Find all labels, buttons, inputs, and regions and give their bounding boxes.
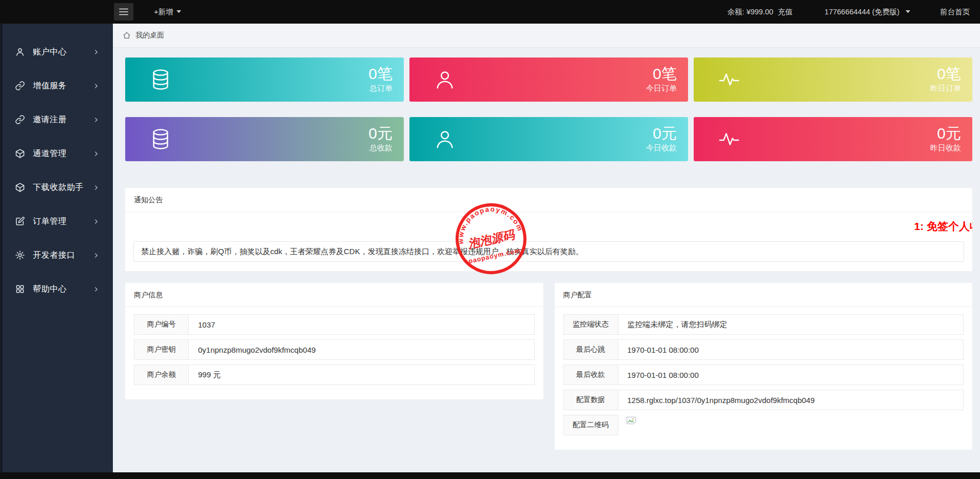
sidebar-item[interactable]: 开发者接口 (3, 238, 113, 272)
add-new-dropdown[interactable]: +新增 (154, 7, 181, 17)
breadcrumb[interactable]: 我的桌面 (113, 24, 980, 48)
sidebar-item-label: 订单管理 (33, 216, 93, 227)
row-value-text: 999 元 (198, 370, 221, 380)
broken-image-icon (626, 416, 636, 425)
database-icon (149, 68, 172, 91)
merchant-config-title: 商户配置 (555, 283, 973, 307)
sidebar-item[interactable]: 增值服务 (3, 69, 113, 103)
row-value: 监控端未绑定，请您扫码绑定 (618, 314, 964, 335)
sidebar-item[interactable]: 邀请注册 (3, 103, 113, 137)
notice-marquee: 1: 免签个人收 (125, 219, 972, 234)
stamp-center-text: 泡泡源码 (466, 227, 517, 251)
stat-card: 0笔 总订单 (125, 58, 404, 102)
stat-value: 0笔 (368, 66, 393, 82)
sidebar-item-label: 开发者接口 (33, 250, 93, 261)
recharge-link[interactable]: 充值 (778, 7, 793, 17)
table-row: 最后收款 1970-01-01 08:00:00 (563, 365, 964, 385)
gear-icon (15, 250, 25, 260)
sidebar-item[interactable]: 下载收款助手 (3, 170, 113, 204)
row-value-text: 监控端未绑定，请您扫码绑定 (628, 320, 728, 330)
stat-value: 0元 (368, 125, 393, 142)
bottom-panels: 商户信息 商户编号 1037 商户密钥 0y1npnzp8mugo2vdof9k… (125, 283, 972, 450)
stat-text: 0元 总收款 (368, 125, 393, 154)
merchant-config-table: 监控端状态 监控端未绑定，请您扫码绑定 最后心跳 1970-01-01 08:0… (555, 307, 973, 450)
table-row: 最后心跳 1970-01-01 08:00:00 (563, 339, 964, 360)
stat-card: 0元 今日收款 (409, 117, 688, 161)
sidebar-item-label: 通道管理 (33, 148, 93, 159)
chevron-right-icon (93, 219, 99, 224)
main-content: 我的桌面 0笔 总订单 0笔 今日订单 (113, 24, 980, 472)
cube-icon (15, 182, 25, 193)
stat-card: 0元 昨日收款 (694, 117, 972, 161)
stat-label: 今日收款 (646, 143, 677, 153)
stat-card: 0笔 今日订单 (409, 58, 688, 102)
row-value: 1258.rglxc.top/1037/0y1npnzp8mugo2vdof9k… (618, 390, 964, 410)
database-icon (149, 127, 172, 151)
stat-cards: 0笔 总订单 0笔 今日订单 0笔 昨日订单 (125, 58, 972, 161)
hamburger-icon (119, 8, 128, 15)
sidebar-item[interactable]: 订单管理 (3, 204, 113, 238)
stat-text: 0元 今日收款 (646, 125, 677, 154)
chevron-right-icon (93, 185, 99, 190)
row-value: 999 元 (189, 365, 535, 385)
row-label: 商户余额 (134, 365, 189, 385)
link-icon (15, 81, 25, 91)
stat-value: 0元 (646, 125, 677, 142)
grid-icon (15, 284, 25, 294)
stat-text: 0元 昨日收款 (930, 125, 961, 154)
merchant-info-title: 商户信息 (125, 283, 543, 307)
sidebar-item[interactable]: 通道管理 (3, 137, 113, 170)
user-icon (433, 127, 457, 151)
row-value: 1970-01-01 08:00:00 (618, 339, 964, 360)
front-home-link[interactable]: 前台首页 (940, 7, 970, 17)
notice-marquee-text: 1: 免签个人收 (914, 219, 972, 234)
stat-value: 0笔 (646, 66, 677, 82)
sidebar-item[interactable]: 账户中心 (3, 35, 113, 69)
stat-value: 0元 (930, 125, 961, 142)
chevron-right-icon (93, 286, 99, 292)
sidebar-item-label: 帮助中心 (33, 284, 93, 295)
row-label: 监控端状态 (563, 314, 618, 335)
account-dropdown[interactable]: 17766664444 (免费版) (825, 7, 910, 17)
sidebar-item-label: 增值服务 (33, 81, 93, 91)
chevron-right-icon (93, 117, 99, 123)
chevron-right-icon (93, 151, 99, 157)
row-label: 商户密钥 (134, 339, 189, 360)
row-value-text: 1258.rglxc.top/1037/0y1npnzp8mugo2vdof9k… (628, 396, 815, 405)
balance-group: 余额: ¥999.00 充值 (728, 7, 793, 17)
balance-text: 余额: ¥999.00 (728, 7, 773, 17)
user-icon (433, 68, 457, 91)
user-icon (15, 47, 25, 57)
sidebar-toggle-button[interactable] (114, 3, 133, 21)
notice-content: 禁止接入赌，诈骗，刷Q币，抽奖以及cdk，王者荣耀点券及CDK，发现直接冻结接口… (133, 241, 964, 262)
row-label: 最后收款 (563, 365, 618, 385)
edit-icon (15, 216, 25, 226)
breadcrumb-label: 我的桌面 (135, 31, 164, 40)
table-row: 商户密钥 0y1npnzp8mugo2vdof9kfmcqb049 (134, 339, 535, 360)
row-label: 配置数据 (563, 390, 618, 410)
row-value (618, 415, 964, 435)
row-label: 商户编号 (134, 314, 189, 335)
stat-card: 0笔 昨日订单 (694, 58, 972, 102)
topbar-right: 余额: ¥999.00 充值 17766664444 (免费版) 前台首页 (728, 7, 970, 17)
table-row: 监控端状态 监控端未绑定，请您扫码绑定 (563, 314, 964, 335)
row-value-text: 1037 (198, 320, 215, 329)
row-value-text: 0y1npnzp8mugo2vdof9kfmcqb049 (198, 346, 316, 354)
chevron-right-icon (93, 83, 99, 89)
stat-card: 0元 总收款 (125, 117, 404, 161)
stat-label: 昨日订单 (930, 84, 961, 93)
row-value-text: 1970-01-01 08:00:00 (628, 346, 699, 354)
stat-text: 0笔 总订单 (368, 66, 393, 94)
caret-down-icon (906, 10, 910, 13)
caret-down-icon (177, 10, 181, 13)
sidebar-item[interactable]: 帮助中心 (3, 272, 113, 306)
table-row: 商户余额 999 元 (134, 365, 535, 385)
add-new-label: +新增 (154, 7, 173, 17)
stat-text: 0笔 昨日订单 (930, 66, 961, 94)
table-row: 商户编号 1037 (134, 314, 535, 335)
sidebar-item-label: 下载收款助手 (33, 182, 93, 193)
stat-label: 总收款 (368, 143, 393, 153)
sidebar-item-label: 邀请注册 (33, 114, 93, 125)
sidebar-item-label: 账户中心 (33, 47, 93, 58)
link-icon (15, 114, 25, 125)
